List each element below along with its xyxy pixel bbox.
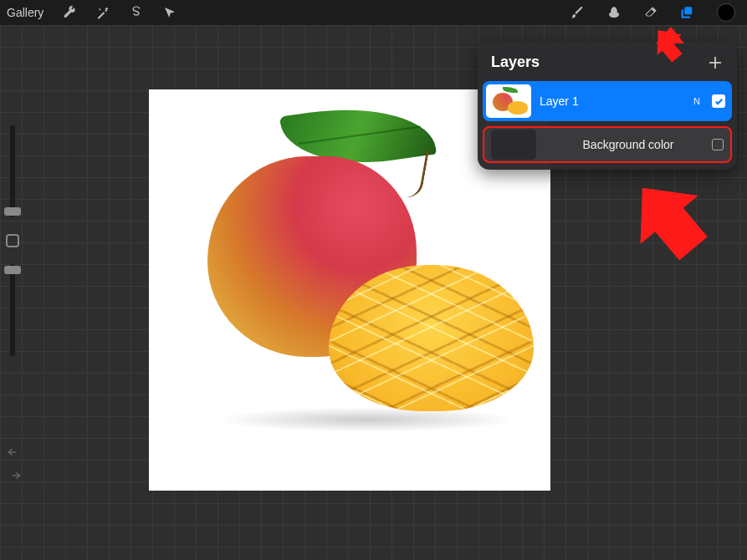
brush-opacity-thumb[interactable] bbox=[4, 266, 21, 274]
svg-marker-5 bbox=[619, 174, 719, 266]
annotation-arrow-top bbox=[636, 25, 686, 79]
background-color-row[interactable]: Background color bbox=[483, 126, 732, 163]
background-visibility-checkbox[interactable] bbox=[712, 139, 724, 150]
layer-thumbnail bbox=[486, 84, 531, 118]
layer-blend-mode[interactable]: N bbox=[693, 96, 700, 106]
color-picker-swatch[interactable] bbox=[717, 3, 735, 22]
annotation-arrow-bottom bbox=[619, 174, 719, 269]
layers-icon[interactable] bbox=[680, 5, 695, 20]
brush-icon[interactable] bbox=[570, 5, 585, 20]
modify-button[interactable] bbox=[6, 234, 19, 247]
layer-visibility-checkbox[interactable] bbox=[712, 94, 725, 108]
undo-icon[interactable] bbox=[7, 446, 22, 461]
background-color-swatch bbox=[491, 130, 536, 160]
add-layer-button[interactable] bbox=[707, 54, 724, 71]
adjustments-wand-icon[interactable] bbox=[95, 5, 110, 20]
smudge-icon[interactable] bbox=[606, 5, 622, 20]
brush-size-thumb[interactable] bbox=[4, 207, 21, 216]
layers-panel: Layers Layer 1 N Background color bbox=[478, 42, 737, 170]
svg-marker-4 bbox=[645, 25, 686, 67]
top-toolbar: Gallery bbox=[0, 0, 747, 25]
transform-arrow-icon[interactable] bbox=[162, 5, 177, 20]
side-sliders bbox=[5, 125, 20, 373]
redo-icon[interactable] bbox=[7, 470, 22, 485]
brush-size-slider[interactable] bbox=[10, 125, 15, 217]
artwork-shadow bbox=[216, 407, 517, 432]
layer-name-label: Layer 1 bbox=[540, 94, 685, 108]
artwork-mango-cut bbox=[329, 265, 534, 411]
eraser-icon[interactable] bbox=[643, 5, 658, 20]
layers-panel-title: Layers bbox=[491, 53, 540, 71]
svg-rect-0 bbox=[684, 7, 692, 14]
background-row-label: Background color bbox=[545, 138, 712, 151]
selection-s-icon[interactable] bbox=[129, 5, 144, 20]
gallery-button[interactable]: Gallery bbox=[7, 6, 43, 19]
layer-row[interactable]: Layer 1 N bbox=[483, 81, 732, 121]
brush-opacity-slider[interactable] bbox=[10, 264, 15, 356]
actions-wrench-icon[interactable] bbox=[62, 5, 77, 20]
